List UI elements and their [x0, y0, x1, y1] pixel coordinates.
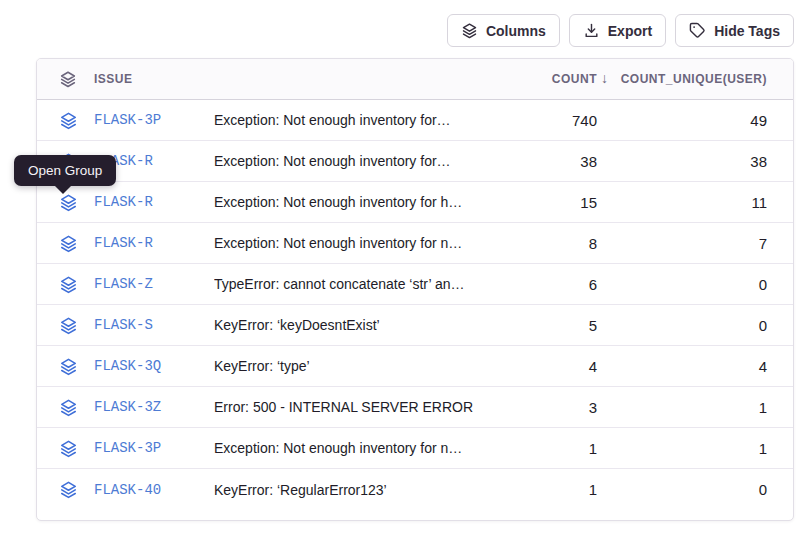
count-unique-value: 0: [612, 481, 767, 498]
issues-table: ISSUE COUNT↓ COUNT_UNIQUE(USER) FLASK-3P…: [36, 58, 794, 521]
table-body: FLASK-3P Exception: Not enough inventory…: [37, 100, 793, 510]
download-icon: [583, 22, 600, 39]
open-group-tooltip: Open Group: [14, 155, 116, 186]
column-header-count[interactable]: COUNT↓: [527, 72, 597, 86]
count-value: 3: [527, 399, 597, 416]
open-group-layers-icon[interactable]: [59, 398, 79, 417]
count-unique-value: 38: [612, 153, 767, 170]
table-row[interactable]: FLASK-R Exception: Not enough inventory …: [37, 223, 793, 264]
columns-button-label: Columns: [486, 23, 546, 39]
count-value: 15: [527, 194, 597, 211]
count-value: 8: [527, 235, 597, 252]
count-unique-value: 0: [612, 317, 767, 334]
open-group-layers-icon[interactable]: [59, 193, 79, 212]
issue-title: Error: 500 - INTERNAL SERVER ERROR: [214, 399, 512, 415]
columns-button[interactable]: Columns: [447, 14, 560, 47]
export-button[interactable]: Export: [569, 14, 666, 47]
count-unique-value: 1: [612, 440, 767, 457]
issue-id-link[interactable]: FLASK-R: [94, 194, 199, 210]
issue-id-link[interactable]: FLASK-Z: [94, 276, 199, 292]
issue-title: Exception: Not enough inventory for n…: [214, 235, 512, 251]
issue-id-link[interactable]: FLASK-3P: [94, 440, 199, 456]
open-group-layers-icon[interactable]: [59, 357, 79, 376]
issue-id-link[interactable]: FLASK-3Z: [94, 399, 199, 415]
tag-icon: [689, 22, 706, 39]
issue-title: TypeError: cannot concatenate ‘str’ an…: [214, 276, 512, 292]
count-value: 6: [527, 276, 597, 293]
open-group-layers-icon[interactable]: [59, 275, 79, 294]
table-row[interactable]: FLASK-R Exception: Not enough inventory …: [37, 141, 793, 182]
issue-title: Exception: Not enough inventory for…: [214, 153, 512, 169]
count-value: 740: [527, 112, 597, 129]
export-button-label: Export: [608, 23, 652, 39]
table-row[interactable]: FLASK-40 KeyError: ‘RegularError123’ 1 0: [37, 469, 793, 510]
table-row[interactable]: FLASK-3P Exception: Not enough inventory…: [37, 100, 793, 141]
count-value: 38: [527, 153, 597, 170]
issue-title: Exception: Not enough inventory for…: [214, 112, 512, 128]
issue-id-link[interactable]: FLASK-3Q: [94, 358, 199, 374]
issue-title: KeyError: ‘RegularError123’: [214, 482, 512, 498]
issue-id-link[interactable]: FLASK-3P: [94, 112, 199, 128]
table-row[interactable]: FLASK-S KeyError: ‘keyDoesntExist’ 5 0: [37, 305, 793, 346]
issue-id-link[interactable]: FLASK-S: [94, 317, 199, 333]
table-toolbar: Columns Export Hide Tags: [447, 14, 794, 47]
issue-title: Exception: Not enough inventory for h…: [214, 194, 512, 210]
layers-icon: [59, 70, 79, 88]
column-header-issue[interactable]: ISSUE: [94, 72, 199, 86]
tooltip-label: Open Group: [28, 163, 102, 178]
sort-descending-icon: ↓: [601, 70, 608, 86]
hide-tags-button-label: Hide Tags: [714, 23, 780, 39]
count-value: 4: [527, 358, 597, 375]
count-unique-value: 1: [612, 399, 767, 416]
open-group-layers-icon[interactable]: [59, 316, 79, 335]
count-value: 1: [527, 481, 597, 498]
count-unique-value: 11: [612, 194, 767, 211]
open-group-layers-icon[interactable]: [59, 234, 79, 253]
open-group-layers-icon[interactable]: [59, 111, 79, 130]
issue-title: KeyError: ‘keyDoesntExist’: [214, 317, 512, 333]
issue-title: Exception: Not enough inventory for n…: [214, 440, 512, 456]
table-header-row: ISSUE COUNT↓ COUNT_UNIQUE(USER): [37, 59, 793, 100]
table-row[interactable]: FLASK-3Z Error: 500 - INTERNAL SERVER ER…: [37, 387, 793, 428]
issue-id-link[interactable]: FLASK-R: [94, 235, 199, 251]
count-unique-value: 4: [612, 358, 767, 375]
count-unique-value: 7: [612, 235, 767, 252]
table-row[interactable]: FLASK-3Q KeyError: ‘type’ 4 4: [37, 346, 793, 387]
layers-icon: [461, 22, 478, 39]
table-row[interactable]: FLASK-Z TypeError: cannot concatenate ‘s…: [37, 264, 793, 305]
column-header-count-unique-user[interactable]: COUNT_UNIQUE(USER): [612, 72, 767, 86]
open-group-layers-icon[interactable]: [59, 439, 79, 458]
count-value: 5: [527, 317, 597, 334]
issue-id-link[interactable]: FLASK-40: [94, 482, 199, 498]
open-group-layers-icon[interactable]: [59, 480, 79, 499]
count-value: 1: [527, 440, 597, 457]
count-unique-value: 49: [612, 112, 767, 129]
count-unique-value: 0: [612, 276, 767, 293]
hide-tags-button[interactable]: Hide Tags: [675, 14, 794, 47]
table-row[interactable]: FLASK-R Exception: Not enough inventory …: [37, 182, 793, 223]
issue-title: KeyError: ‘type’: [214, 358, 512, 374]
table-row[interactable]: FLASK-3P Exception: Not enough inventory…: [37, 428, 793, 469]
